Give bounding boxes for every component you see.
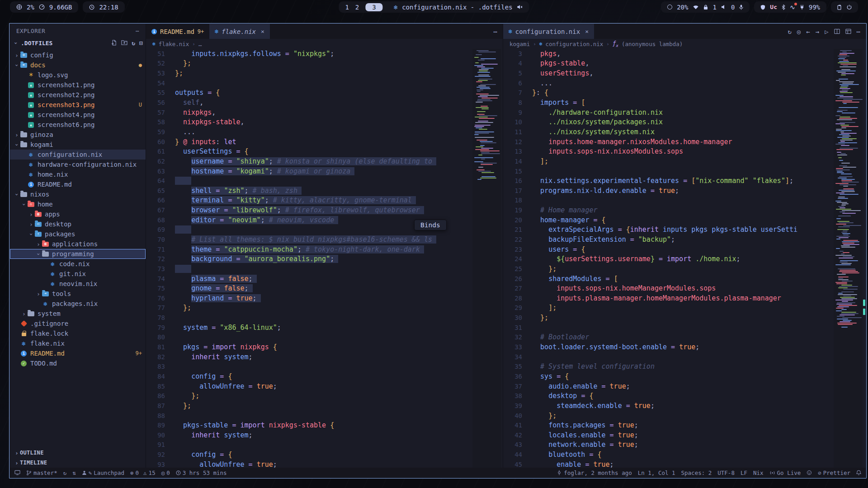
new-folder-button[interactable] [121,40,127,47]
bluetooth-icon[interactable] [782,5,785,10]
tree-item-todo-md[interactable]: ✓TODO.md [10,358,146,368]
tree-item-configuration-nix[interactable]: ❄configuration.nix [10,150,146,160]
compare-changes[interactable]: ⇅ [72,469,76,476]
minimap[interactable] [472,49,501,468]
brightness-icon[interactable] [667,5,672,9]
cursor-position[interactable]: Ln 1, Col 1 [638,469,675,476]
open-changes-icon[interactable]: ◎ [797,28,801,35]
tree-item-tools[interactable]: ›➜tools [10,289,146,299]
tree-item-applications[interactable]: ›▦applications [10,239,146,249]
tree-item--gitignore[interactable]: .gitignore [10,319,146,328]
breadcrumb-file[interactable]: flake.nix [159,41,189,47]
tree-item-docs[interactable]: ›≡docs● [10,60,146,70]
code-editor-configuration-nix[interactable]: 3 pkgs,4 pkgs-stable,5 userSettings,6 ..… [503,49,866,468]
tree-item-screenshot3-png[interactable]: ▲screenshot3.pngU [10,100,146,110]
tree-item-programming[interactable]: ›programming [10,249,146,259]
tree-item-flake-nix[interactable]: ❄flake.nix [10,338,146,348]
tab-flake-nix[interactable]: ❄ flake.nix × [209,24,270,39]
close-tab-icon[interactable]: × [261,28,264,35]
indentation-setting[interactable]: Spaces: 2 [681,469,712,476]
outline-section[interactable]: › OUTLINE [10,448,146,458]
breadcrumb-right[interactable]: kogami › ❄ configuration.nix › ƒx (anony… [503,39,866,49]
launchpad-status[interactable]: ✎Launchpad [82,469,124,476]
volume-icon[interactable] [721,5,726,9]
ports-status[interactable]: ◎0 [161,469,170,476]
tree-item-logo-svg[interactable]: *logo.svg [10,70,146,80]
workspace-1[interactable]: 1 [345,4,349,11]
language-mode[interactable]: Nix [753,469,764,476]
go-live-button[interactable]: Go Live [769,469,801,476]
close-tab-icon[interactable]: × [585,28,589,35]
more-actions-icon[interactable]: ⋯ [494,28,497,35]
wifi-icon[interactable] [693,5,699,9]
workspace-2[interactable]: 2 [355,4,359,11]
tree-item-readme-md[interactable]: iREADME.md9+ [10,348,146,358]
tree-item-label: logo.svg [38,71,68,79]
power-icon[interactable] [847,5,852,9]
git-blame-status[interactable]: foglar, 2 months ago [557,469,632,476]
more-actions-icon[interactable]: ⋯ [857,28,860,35]
tree-item-nixos[interactable]: ›nixos [10,189,146,199]
tree-item-kogami[interactable]: ›kogami [10,140,146,150]
file-encoding[interactable]: UTF-8 [717,469,735,476]
workspace-section-header[interactable]: › .DOTFILES ↻ ⊟ [10,38,146,48]
navigate-forward-icon[interactable]: → [816,28,819,35]
tree-item-flake-lock[interactable]: flake.lock [10,328,146,338]
microphone-icon[interactable] [739,5,743,10]
prettier-status[interactable]: ⊘Prettier [818,469,850,476]
run-file-icon[interactable]: ▷ [825,28,828,35]
lock-icon[interactable] [703,5,708,10]
refresh-explorer-button[interactable]: ↻ [132,40,135,47]
breadcrumb-symbol[interactable]: … [198,41,202,47]
problems-status[interactable]: ⊗0⚠15 [130,469,156,476]
tree-item-ginoza[interactable]: ›ginoza [10,130,146,140]
split-editor-icon[interactable] [834,28,840,34]
clipboard-icon[interactable] [837,5,842,10]
workspace-3-active[interactable]: 3 [365,3,382,11]
tree-item-packages[interactable]: ›↑packages [10,229,146,239]
timeline-section[interactable]: › TIMELINE [10,458,146,468]
editor-layout-icon[interactable] [845,28,851,34]
tree-item-desktop[interactable]: ›▭desktop [10,219,146,229]
collapse-folders-button[interactable]: ⊟ [139,40,143,47]
tree-item-home[interactable]: ›⌂home [10,199,146,209]
breadcrumb-folder[interactable]: kogami [509,41,530,47]
remote-indicator[interactable] [14,470,20,475]
explorer-more-actions[interactable]: ⋯ [136,28,139,34]
git-branch-status[interactable]: master* [26,469,57,476]
sync-changes[interactable]: ↻ [63,469,67,476]
clock-pill[interactable]: 22:18 [83,1,124,13]
tab-configuration-nix[interactable]: ❄ configuration.nix × [503,24,594,39]
tree-item-screenshot1-png[interactable]: ▲screenshot1.png [10,80,146,90]
notifications-bell[interactable] [856,470,861,475]
time-tracker-status[interactable]: 3 hrs 53 mins [176,469,227,476]
tree-item-hardware-configuration-nix[interactable]: ❄hardware-configuration.nix [10,160,146,169]
tree-item-apps[interactable]: ›▦apps [10,209,146,219]
tree-item-code-nix[interactable]: ❄code.nix [10,259,146,269]
tree-item-packages-nix[interactable]: ❄packages.nix [10,299,146,309]
timeline-history-icon[interactable]: ↻ [788,28,791,35]
tree-item-git-nix[interactable]: ❄git.nix [10,269,146,279]
new-file-button[interactable] [111,40,117,47]
keyboard-layout-indicator[interactable]: Uc [770,4,777,10]
tree-item-screenshot2-png[interactable]: ▲screenshot2.png [10,90,146,100]
tree-item-config[interactable]: ›⚙config [10,50,146,60]
vpn-shield-icon[interactable] [760,5,765,10]
tree-item-screenshot4-png[interactable]: ▲screenshot4.png [10,110,146,120]
tree-item-system[interactable]: ›system [10,309,146,319]
breadcrumb-symbol[interactable]: (anonymous lambda) [622,41,683,47]
code-editor-flake-nix[interactable]: Binds 51 inputs.nixpkgs.follows = "nixpk… [146,49,503,468]
notification-wave-icon[interactable]: ∿ [790,4,795,11]
tree-item-neovim-nix[interactable]: ❄neovim.nix [10,279,146,289]
tab-readme[interactable]: i README.md 9+ [146,24,209,39]
tree-item-readme-md[interactable]: iREADME.md [10,179,146,189]
breadcrumb-left[interactable]: ❄ flake.nix › … [146,39,503,49]
system-stats-pill[interactable]: 2% 9.66GB [10,1,78,13]
tree-item-home-nix[interactable]: ❄home.nix [10,169,146,179]
minimap[interactable] [834,49,863,468]
tree-item-screenshot6-png[interactable]: ▲screenshot6.png [10,120,146,130]
end-of-line-setting[interactable]: LF [741,469,747,476]
feedback-smiley[interactable] [807,470,812,475]
breadcrumb-file[interactable]: configuration.nix [545,41,603,47]
navigate-back-icon[interactable]: ← [806,28,810,35]
